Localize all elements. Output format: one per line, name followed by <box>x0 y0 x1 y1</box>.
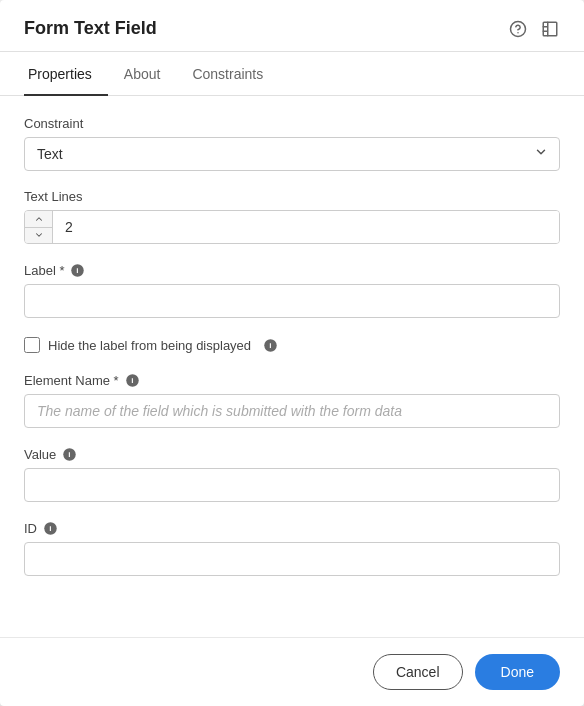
hide-label-checkbox[interactable] <box>24 337 40 353</box>
constraint-label: Constraint <box>24 116 560 131</box>
element-name-input[interactable] <box>24 394 560 428</box>
constraint-select[interactable]: Text Number Email URL Password <box>24 137 560 171</box>
text-lines-group: Text Lines <box>24 189 560 244</box>
hide-label-checkbox-label: Hide the label from being displayed <box>48 338 251 353</box>
id-group: ID i <box>24 520 560 576</box>
value-label: Value i <box>24 446 560 462</box>
value-group: Value i <box>24 446 560 502</box>
stepper-down-button[interactable] <box>25 228 52 244</box>
panel-header: Form Text Field <box>0 0 584 52</box>
constraint-select-wrapper: Text Number Email URL Password <box>24 137 560 171</box>
hide-label-row: Hide the label from being displayed i <box>24 336 560 354</box>
done-button[interactable]: Done <box>475 654 560 690</box>
panel-content: Constraint Text Number Email URL Passwor… <box>0 96 584 637</box>
svg-text:i: i <box>49 524 51 533</box>
value-info-icon[interactable]: i <box>62 446 77 462</box>
text-lines-input[interactable] <box>53 211 559 243</box>
help-icon[interactable] <box>508 19 528 39</box>
stepper-up-button[interactable] <box>25 211 52 228</box>
panel-title: Form Text Field <box>24 18 157 39</box>
expand-icon[interactable] <box>540 19 560 39</box>
label-field-label: Label * i <box>24 262 560 278</box>
form-text-field-panel: Form Text Field Properties About Constra… <box>0 0 584 706</box>
hide-label-info-icon[interactable]: i <box>263 336 278 354</box>
element-name-label: Element Name * i <box>24 372 560 388</box>
id-input[interactable] <box>24 542 560 576</box>
text-lines-label: Text Lines <box>24 189 560 204</box>
label-input[interactable] <box>24 284 560 318</box>
label-group: Label * i <box>24 262 560 318</box>
stepper-buttons <box>25 211 53 243</box>
svg-rect-2 <box>543 22 557 36</box>
tab-constraints[interactable]: Constraints <box>188 52 279 96</box>
element-name-group: Element Name * i <box>24 372 560 428</box>
constraint-group: Constraint Text Number Email URL Passwor… <box>24 116 560 171</box>
value-input[interactable] <box>24 468 560 502</box>
header-icons <box>508 19 560 39</box>
id-label: ID i <box>24 520 560 536</box>
svg-text:i: i <box>269 341 271 350</box>
svg-text:i: i <box>131 376 133 385</box>
element-name-info-icon[interactable]: i <box>125 372 140 388</box>
tab-about[interactable]: About <box>120 52 177 96</box>
id-info-icon[interactable]: i <box>43 520 58 536</box>
svg-text:i: i <box>69 450 71 459</box>
text-lines-stepper-wrapper <box>24 210 560 244</box>
tab-properties[interactable]: Properties <box>24 52 108 96</box>
cancel-button[interactable]: Cancel <box>373 654 463 690</box>
svg-text:i: i <box>77 266 79 275</box>
label-info-icon[interactable]: i <box>70 262 85 278</box>
panel-footer: Cancel Done <box>0 637 584 706</box>
tab-bar: Properties About Constraints <box>0 52 584 96</box>
